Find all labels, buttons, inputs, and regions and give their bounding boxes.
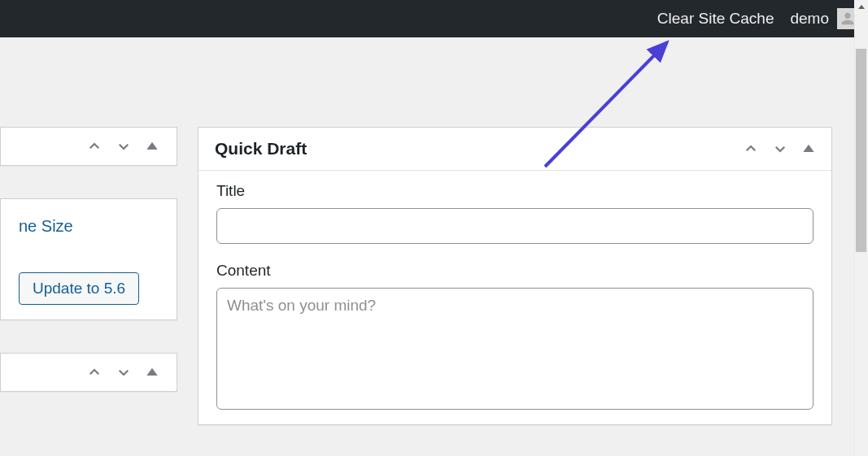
chevron-up-icon[interactable] xyxy=(87,139,102,154)
update-button[interactable]: Update to 5.6 xyxy=(19,272,139,305)
left-widget-top xyxy=(0,127,177,166)
admin-bar: Clear Site Cache demo xyxy=(0,0,868,37)
chevron-up-icon[interactable] xyxy=(744,141,758,156)
title-input[interactable] xyxy=(216,208,813,244)
scrollbar[interactable] xyxy=(854,0,868,456)
chevron-down-icon[interactable] xyxy=(116,365,131,380)
left-widget-bottom xyxy=(0,353,177,392)
quick-draft-widget: Quick Draft Title Content xyxy=(198,127,832,425)
scrollbar-thumb[interactable] xyxy=(856,49,866,252)
content-label: Content xyxy=(216,262,813,280)
username-label: demo xyxy=(790,10,829,28)
chevron-down-icon[interactable] xyxy=(773,141,787,156)
size-link[interactable]: ne Size xyxy=(19,214,159,238)
chevron-up-icon[interactable] xyxy=(87,365,102,380)
collapse-icon[interactable] xyxy=(146,366,159,379)
collapse-icon[interactable] xyxy=(146,140,159,153)
collapse-icon[interactable] xyxy=(802,142,815,155)
title-label: Title xyxy=(216,182,813,200)
content-textarea[interactable] xyxy=(216,288,813,410)
scrollbar-up-icon[interactable] xyxy=(854,0,868,14)
user-menu[interactable]: demo xyxy=(790,8,858,29)
quick-draft-title: Quick Draft xyxy=(215,139,307,159)
dashboard-content: ne Size Update to 5.6 xyxy=(0,37,868,425)
clear-cache-link[interactable]: Clear Site Cache xyxy=(657,10,774,28)
left-widget-middle: ne Size Update to 5.6 xyxy=(0,198,177,320)
chevron-down-icon[interactable] xyxy=(116,139,131,154)
